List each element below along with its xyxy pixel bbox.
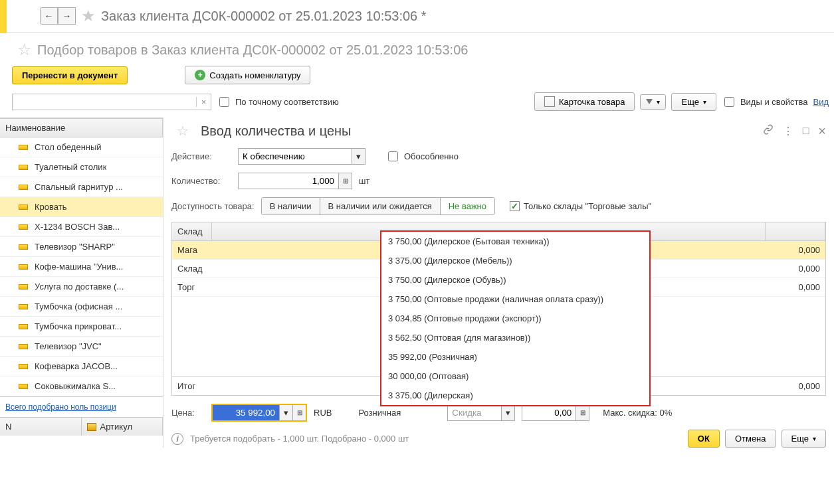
exact-match-checkbox[interactable]: По точному соответствию (217, 95, 339, 109)
item-icon (19, 185, 28, 190)
item-icon (19, 205, 28, 210)
plus-icon: + (195, 70, 205, 80)
price-option[interactable]: 30 000,00 (Оптовая) (381, 367, 649, 386)
item-icon (19, 344, 28, 349)
item-icon (19, 165, 28, 170)
dropdown-icon[interactable]: ▾ (352, 149, 365, 164)
sidebar-item[interactable]: Кофеварка JACOB... (0, 357, 163, 377)
search-field[interactable] (13, 94, 196, 110)
sidebar-item[interactable]: Соковыжималка S... (0, 377, 163, 396)
summary-link[interactable]: Всего подобрано ноль позици (0, 396, 163, 417)
search-input[interactable]: × (12, 94, 211, 110)
app-accent-strip (0, 0, 7, 33)
sidebar-item-label: Спальный гарнитур ... (35, 182, 123, 192)
cancel-button[interactable]: Отмена (725, 430, 776, 448)
sidebar: Наименование Стол обеденныйТуалетный сто… (0, 118, 163, 448)
max-discount-label: Макс. скидка: 0% (603, 408, 672, 418)
sidebar-item-label: Тумбочка прикроват... (35, 321, 122, 331)
separate-checkbox[interactable]: Обособленно (385, 149, 459, 163)
qty-price-dialog: ☆ Ввод количества и цены ⋮ □ × Действие:… (163, 118, 834, 448)
col-warehouse: Склад (172, 222, 212, 240)
only-warehouses-checkbox[interactable]: ✓ Только склады "Торговые залы" (510, 201, 651, 211)
nav-back-button[interactable]: ← (40, 7, 58, 25)
sidebar-item[interactable]: Кровать (0, 197, 163, 217)
sidebar-item[interactable]: Кофе-машина "Унив... (0, 257, 163, 277)
price-option[interactable]: 3 375,00 (Дилерская) (381, 386, 649, 405)
more-button[interactable]: Еще ▾ (671, 93, 716, 111)
currency-label: RUB (314, 408, 332, 418)
info-icon: i (171, 433, 183, 445)
sidebar-item-label: Кровать (35, 202, 66, 212)
sidebar-item-label: Стол обеденный (35, 142, 102, 152)
favorite-icon[interactable]: ★ (81, 7, 96, 25)
calculator-icon[interactable]: ⊞ (338, 173, 352, 189)
price-combo[interactable]: ▾ ⊞ (211, 404, 307, 422)
filter-button[interactable]: ▾ (640, 94, 666, 110)
sidebar-item[interactable]: Спальный гарнитур ... (0, 177, 163, 197)
price-dropdown-icon[interactable]: ▾ (279, 405, 292, 420)
discount-calc-icon[interactable]: ⊞ (575, 405, 589, 420)
close-icon[interactable]: × (818, 124, 826, 139)
sidebar-item[interactable]: Тумбочка прикроват... (0, 317, 163, 337)
create-nomenclature-button[interactable]: + Создать номенклатуру (185, 66, 310, 84)
action-label: Действие: (171, 151, 231, 161)
types-link[interactable]: Вид (813, 97, 829, 107)
more-button-2[interactable]: Еще ▾ (782, 430, 826, 448)
action-input[interactable] (239, 149, 352, 164)
discount-dropdown-icon[interactable]: ▾ (501, 405, 514, 420)
price-option[interactable]: 3 562,50 (Оптовая (для магазинов)) (381, 328, 649, 347)
subheader: ☆ Подбор товаров в Заказ клиента ДС0К-00… (0, 33, 834, 59)
price-option[interactable]: 3 750,00 (Дилерское (Обувь)) (381, 270, 649, 290)
item-icon (19, 264, 28, 270)
favorite-icon-sub[interactable]: ☆ (17, 41, 32, 59)
price-label: Цена: (171, 408, 205, 418)
sidebar-item-label: Туалетный столик (35, 162, 106, 172)
sidebar-item[interactable]: Телевизор "SHARP" (0, 237, 163, 257)
page-title: Заказ клиента ДС0К-000002 от 25.01.2023 … (101, 9, 427, 24)
avail-any[interactable]: Не важно (441, 198, 494, 214)
avail-expected[interactable]: В наличии или ожидается (320, 198, 441, 214)
types-properties-checkbox[interactable]: Виды и свойства (722, 95, 808, 109)
action-combo[interactable]: ▾ (238, 148, 365, 165)
qty-label: Количество: (171, 176, 231, 186)
item-icon (19, 324, 28, 329)
sidebar-item[interactable]: Услуга по доставке (... (0, 277, 163, 297)
price-option[interactable]: 3 375,00 (Дилерское (Мебель)) (381, 251, 649, 270)
sidebar-item[interactable]: X-1234 BOSCH Зав... (0, 217, 163, 237)
price-option[interactable]: 3 750,00 (Дилерское (Бытовая техника)) (381, 232, 649, 251)
link-icon[interactable] (763, 124, 774, 137)
item-icon (19, 384, 28, 389)
sidebar-item[interactable]: Тумбочка (офисная ... (0, 297, 163, 317)
sidebar-item-label: X-1234 BOSCH Зав... (35, 222, 120, 232)
dialog-title: Ввод количества и цены (201, 124, 351, 139)
sidebar-item[interactable]: Телевизор "JVC" (0, 337, 163, 357)
price-option[interactable]: 3 750,00 (Оптовые продажи (наличная опла… (381, 290, 649, 309)
sidebar-item[interactable]: Туалетный столик (0, 157, 163, 177)
dialog-favorite-icon[interactable]: ☆ (177, 123, 189, 139)
clear-search-icon[interactable]: × (196, 97, 211, 107)
avail-instock[interactable]: В наличии (262, 198, 320, 214)
box-icon (87, 423, 96, 431)
sidebar-item-label: Соковыжималка S... (35, 381, 116, 391)
sidebar-item-label: Услуга по доставке (... (35, 282, 124, 292)
price-calc-icon[interactable]: ⊞ (292, 405, 306, 420)
nav-forward-button[interactable]: → (58, 7, 76, 25)
availability-label: Доступность товара: (171, 201, 255, 211)
product-card-button[interactable]: Карточка товара (534, 92, 635, 111)
discount-value-input[interactable]: ⊞ (522, 404, 589, 421)
item-icon (19, 244, 28, 250)
qty-input[interactable]: ⊞ (238, 173, 352, 189)
price-option[interactable]: 35 992,00 (Розничная) (381, 347, 649, 367)
qty-unit: шт (359, 176, 369, 186)
ok-button[interactable]: ОК (688, 430, 720, 448)
kebab-menu-icon[interactable]: ⋮ (783, 125, 793, 137)
col-n-header: N (0, 418, 82, 436)
sidebar-item[interactable]: Стол обеденный (0, 137, 163, 157)
price-option[interactable]: 3 034,85 (Оптовые продажи (экспорт)) (381, 309, 649, 328)
info-text: Требуется подобрать - 1,000 шт. Подобран… (190, 434, 409, 444)
transfer-button[interactable]: Перенести в документ (12, 66, 128, 84)
topbar: ← → ★ Заказ клиента ДС0К-000002 от 25.01… (0, 0, 834, 33)
maximize-icon[interactable]: □ (803, 125, 809, 137)
discount-combo[interactable]: ▾ (447, 404, 515, 421)
item-icon (19, 224, 28, 230)
